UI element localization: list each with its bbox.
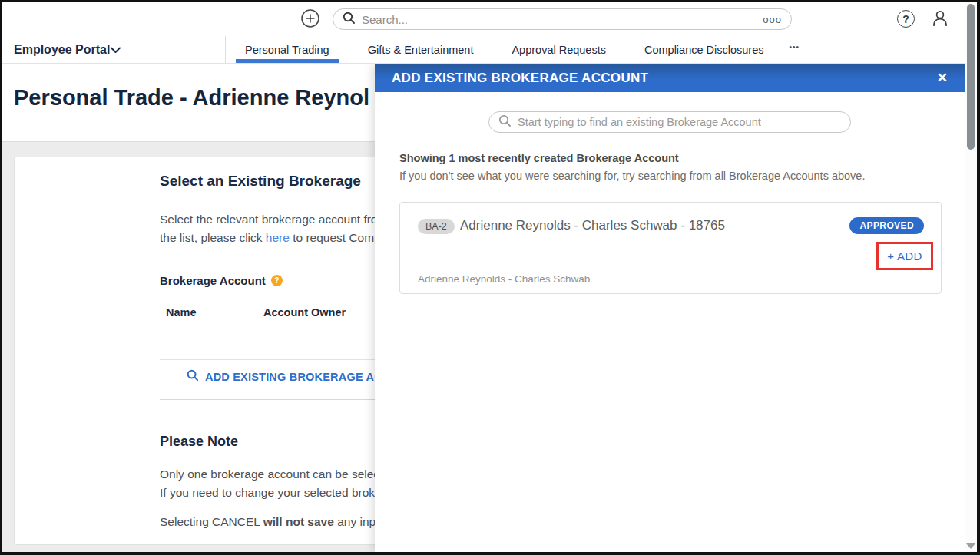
- help-button[interactable]: ?: [896, 8, 916, 29]
- status-badge: APPROVED: [849, 217, 924, 234]
- main-area: Personal Trade - Adrienne Reynol Select …: [2, 64, 977, 552]
- close-icon[interactable]: ✕: [937, 71, 948, 84]
- more-tabs-button[interactable]: •••: [783, 31, 806, 63]
- modal-title: ADD EXISTING BROKERAGE ACCOUNT: [375, 71, 648, 86]
- portal-dropdown[interactable]: Employee Portal: [2, 36, 226, 63]
- description-line-1: Select the relevant brokerage account fr…: [160, 210, 383, 229]
- nav-bar: Employee Portal Personal Trading Gifts &…: [2, 36, 977, 64]
- field-help-icon[interactable]: ?: [271, 275, 283, 286]
- description-line-2: the list, please click here to request C…: [160, 229, 383, 247]
- note-line-2: If you need to change your selected brok…: [160, 484, 382, 502]
- brokerage-result-card: BA-2 Adrienne Reynolds - Charles Schwab …: [399, 202, 942, 294]
- vertical-scrollbar: [965, 2, 977, 552]
- ellipsis-icon: •••: [789, 43, 800, 51]
- plus-circle-icon: [300, 8, 320, 31]
- add-existing-brokerage-label: ADD EXISTING BROKERAGE AC: [205, 371, 382, 383]
- field-label: Brokerage Account: [160, 274, 266, 287]
- tab-personal-trading[interactable]: Personal Trading: [226, 36, 349, 63]
- portal-dropdown-label: Employee Portal: [14, 43, 110, 57]
- modal-header: ADD EXISTING BROKERAGE ACCOUNT ✕: [375, 64, 965, 92]
- note-line-3: Selecting CANCEL will not save any input: [160, 513, 386, 531]
- modal-search-input[interactable]: [518, 116, 841, 128]
- result-title: Adrienne Reynolds - Charles Schwab - 187…: [460, 218, 725, 233]
- user-menu-button[interactable]: [929, 8, 951, 30]
- please-note-heading: Please Note: [160, 434, 238, 450]
- chevron-down-icon: [110, 43, 121, 57]
- results-summary: Showing 1 most recently created Brokerag…: [399, 152, 679, 164]
- add-existing-brokerage-link[interactable]: ADD EXISTING BROKERAGE AC: [187, 369, 382, 384]
- section-heading: Select an Existing Brokerage: [160, 173, 361, 190]
- user-icon: [930, 8, 950, 31]
- section-description: Select the relevant brokerage account fr…: [160, 210, 383, 247]
- scrollbar-down-arrow[interactable]: [966, 543, 975, 549]
- tab-label: Personal Trading: [245, 44, 329, 56]
- app-window: ooo ? Employee Portal Personal Trading G…: [2, 2, 977, 552]
- result-subtitle: Adrienne Reynolds - Charles Schwab: [418, 273, 590, 285]
- modal-search: [488, 111, 851, 133]
- add-new-button[interactable]: [300, 9, 320, 30]
- search-icon: [187, 369, 199, 384]
- search-icon: [343, 12, 356, 28]
- tab-compliance-disclosures[interactable]: Compliance Disclosures: [625, 36, 783, 63]
- note-line-1: Only one brokerage account can be select: [160, 465, 382, 484]
- scrollbar-thumb[interactable]: [967, 4, 975, 150]
- add-brokerage-modal: ADD EXISTING BROKERAGE ACCOUNT ✕ Showing…: [375, 64, 965, 552]
- tab-label: Gifts & Entertainment: [368, 44, 474, 56]
- column-header-owner: Account Owner: [263, 306, 346, 319]
- column-header-name: Name: [166, 306, 197, 319]
- tab-label: Approval Requests: [512, 44, 606, 56]
- results-hint: If you don't see what you were searching…: [399, 170, 865, 182]
- global-search: ooo: [333, 8, 792, 30]
- please-note-text: Only one brokerage account can be select…: [160, 465, 382, 502]
- tab-approval-requests[interactable]: Approval Requests: [492, 36, 625, 63]
- active-tab-underline: [236, 59, 339, 63]
- search-icon: [498, 114, 512, 130]
- global-search-input[interactable]: [362, 13, 763, 26]
- help-icon: ?: [897, 10, 915, 28]
- add-button-highlight: + ADD: [876, 242, 933, 270]
- tab-gifts-entertainment[interactable]: Gifts & Entertainment: [349, 36, 493, 63]
- search-options-button[interactable]: ooo: [763, 14, 782, 25]
- record-id-badge: BA-2: [418, 219, 455, 234]
- here-link[interactable]: here: [266, 231, 290, 244]
- top-bar: ooo ?: [2, 2, 977, 36]
- brokerage-account-field: Brokerage Account ?: [160, 274, 283, 287]
- add-button[interactable]: + ADD: [887, 249, 922, 263]
- tab-label: Compliance Disclosures: [644, 44, 764, 56]
